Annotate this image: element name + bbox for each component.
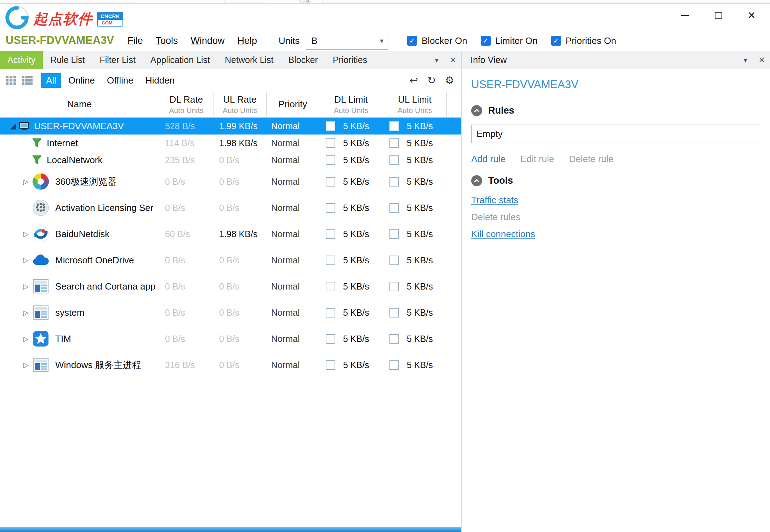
ul-limit-checkbox[interactable]	[389, 203, 399, 213]
expand-arrow[interactable]: ▷	[20, 282, 32, 291]
edit-rule-link[interactable]: Edit rule	[520, 154, 554, 165]
brand-name: 起点软件	[33, 9, 93, 29]
filter-option-online[interactable]: Online	[63, 73, 100, 88]
menu-file[interactable]: File	[127, 35, 143, 46]
tab-blocker[interactable]: Blocker	[281, 51, 325, 69]
dl-rate-value: 235 B/s	[159, 151, 213, 168]
rules-collapse-button[interactable]	[471, 105, 482, 116]
tabbar-close-button[interactable]: ✕	[450, 56, 456, 64]
ul-limit-checkbox[interactable]	[389, 138, 399, 148]
ul-limit-checkbox[interactable]	[389, 334, 399, 344]
dl-limit-checkbox[interactable]	[326, 121, 335, 131]
tools-collapse-button[interactable]	[471, 175, 482, 186]
expand-arrow[interactable]: ◢	[7, 122, 19, 130]
minimize-button[interactable]	[679, 10, 691, 21]
column-header-dl-rate[interactable]: DL RateAuto Units	[159, 92, 213, 117]
tab-network-list[interactable]: Network List	[217, 51, 281, 69]
menu-tools[interactable]: Tools	[156, 35, 178, 46]
tab-rule-list[interactable]: Rule List	[43, 51, 92, 69]
tab-priorities[interactable]: Priorities	[325, 51, 375, 69]
expand-arrow[interactable]: ▷	[20, 256, 32, 264]
expand-arrow[interactable]: ▷	[20, 230, 32, 238]
tab-application-list[interactable]: Application List	[143, 51, 217, 69]
checkbox-checked-icon[interactable]: ✓	[481, 36, 491, 46]
ul-limit-checkbox[interactable]	[389, 155, 399, 165]
traffic-stats-link[interactable]: Traffic stats	[471, 195, 760, 206]
infoview-close-button[interactable]: ✕	[759, 56, 765, 64]
expand-arrow[interactable]: ▷	[20, 361, 32, 369]
column-header-dl-limit[interactable]: DL LimitAuto Units	[319, 92, 383, 117]
table-row[interactable]: ▷ Search and Cortana app 0 B/s 0 B/s Nor…	[0, 273, 461, 299]
toggle-blocker-on[interactable]: ✓Blocker On	[407, 35, 467, 46]
dl-limit-checkbox[interactable]	[326, 229, 335, 239]
color-wheel-icon	[32, 173, 50, 190]
table-row[interactable]: ▷ BaiduNetdisk 60 B/s 1.98 KB/s Normal 5…	[0, 221, 461, 247]
dl-limit-checkbox[interactable]	[326, 308, 335, 318]
filter-option-hidden[interactable]: Hidden	[141, 73, 179, 88]
rules-list-box[interactable]: Empty	[471, 125, 760, 143]
ul-limit-checkbox[interactable]	[389, 256, 399, 265]
table-row[interactable]: LocalNetwork 235 B/s 0 B/s Normal 5 KB/s…	[0, 151, 461, 168]
units-dropdown[interactable]: B ▾	[306, 32, 388, 50]
grid-view-icon[interactable]	[6, 75, 17, 85]
menu-window[interactable]: Window	[191, 35, 225, 46]
ul-limit-checkbox[interactable]	[389, 177, 399, 187]
expand-arrow[interactable]: ▷	[20, 177, 32, 186]
table-row[interactable]: ◢ USER-FDVVAMEA3V 528 B/s 1.99 KB/s Norm…	[0, 118, 461, 135]
column-header-ul-limit[interactable]: UL LimitAuto Units	[383, 92, 447, 117]
table-row[interactable]: Internet 114 B/s 1.98 KB/s Normal 5 KB/s…	[0, 135, 461, 151]
ul-limit-cell: 5 KB/s	[383, 352, 447, 378]
ul-limit-checkbox[interactable]	[389, 308, 399, 318]
tab-filter-list[interactable]: Filter List	[92, 51, 143, 69]
dl-limit-checkbox[interactable]	[326, 256, 335, 265]
ul-limit-cell: 5 KB/s	[383, 151, 447, 168]
close-button[interactable]: ✕	[746, 10, 757, 21]
expand-arrow[interactable]: ▷	[20, 334, 32, 343]
details-view-icon[interactable]	[22, 75, 33, 85]
column-header-name[interactable]: Name	[0, 92, 159, 117]
dl-limit-checkbox[interactable]	[326, 360, 335, 370]
table-row[interactable]: ▷ TIM 0 B/s 0 B/s Normal 5 KB/s 5 KB/s	[0, 326, 461, 352]
column-header-ul-rate[interactable]: UL RateAuto Units	[213, 92, 267, 117]
delete-rule-link[interactable]: Delete rule	[569, 154, 614, 165]
table-row[interactable]: ▷ system 0 B/s 0 B/s Normal 5 KB/s 5 KB/…	[0, 299, 461, 326]
units-value: B	[311, 35, 317, 46]
ul-limit-checkbox[interactable]	[389, 282, 399, 291]
computer-name-label: USER-FDVVAMEA3V	[6, 34, 114, 47]
checkbox-checked-icon[interactable]: ✓	[551, 36, 561, 46]
toggle-limiter-on[interactable]: ✓Limiter On	[481, 35, 538, 46]
dl-limit-checkbox[interactable]	[326, 138, 335, 148]
table-row[interactable]: ▷ Windows 服务主进程 316 B/s 0 B/s Normal 5 K…	[0, 352, 461, 378]
filter-option-offline[interactable]: Offline	[102, 73, 138, 88]
infoview-dropdown-button[interactable]: ▾	[744, 56, 747, 64]
add-rule-link[interactable]: Add rule	[471, 154, 506, 165]
row-filler	[447, 151, 461, 168]
kill-connections-link[interactable]: Kill connections	[471, 229, 760, 240]
dl-limit-checkbox[interactable]	[326, 177, 335, 187]
ul-rate-value: 0 B/s	[213, 151, 267, 168]
filter-option-all[interactable]: All	[41, 73, 61, 88]
table-row[interactable]: ▷ 360极速浏览器 0 B/s 0 B/s Normal 5 KB/s 5 K…	[0, 168, 461, 195]
table-row[interactable]: ▷ Microsoft OneDrive 0 B/s 0 B/s Normal …	[0, 247, 461, 273]
tabbar-dropdown-button[interactable]: ▾	[435, 56, 439, 64]
dl-limit-value: 5 KB/s	[343, 308, 369, 318]
menu-help[interactable]: Help	[238, 35, 257, 46]
ul-limit-checkbox[interactable]	[389, 360, 399, 370]
toggle-priorities-on[interactable]: ✓Priorities On	[551, 35, 616, 46]
dl-limit-checkbox[interactable]	[326, 282, 335, 291]
ul-limit-checkbox[interactable]	[389, 121, 399, 131]
revert-icon[interactable]: ↩	[409, 74, 418, 86]
table-row[interactable]: Activation Licensing Ser 0 B/s 0 B/s Nor…	[0, 195, 461, 221]
refresh-icon[interactable]: ↻	[427, 74, 436, 86]
ul-limit-checkbox[interactable]	[389, 229, 399, 239]
dl-limit-checkbox[interactable]	[326, 334, 335, 344]
expand-arrow[interactable]: ▷	[20, 308, 32, 317]
delete-rules-link[interactable]: Delete rules	[471, 212, 760, 223]
tab-activity[interactable]: Activity	[0, 51, 43, 69]
gear-icon[interactable]: ⚙	[445, 74, 454, 86]
maximize-button[interactable]	[713, 10, 724, 21]
dl-limit-checkbox[interactable]	[326, 155, 335, 165]
checkbox-checked-icon[interactable]: ✓	[407, 36, 417, 46]
dl-limit-checkbox[interactable]	[326, 203, 335, 213]
column-header-priority[interactable]: Priority	[267, 92, 319, 117]
